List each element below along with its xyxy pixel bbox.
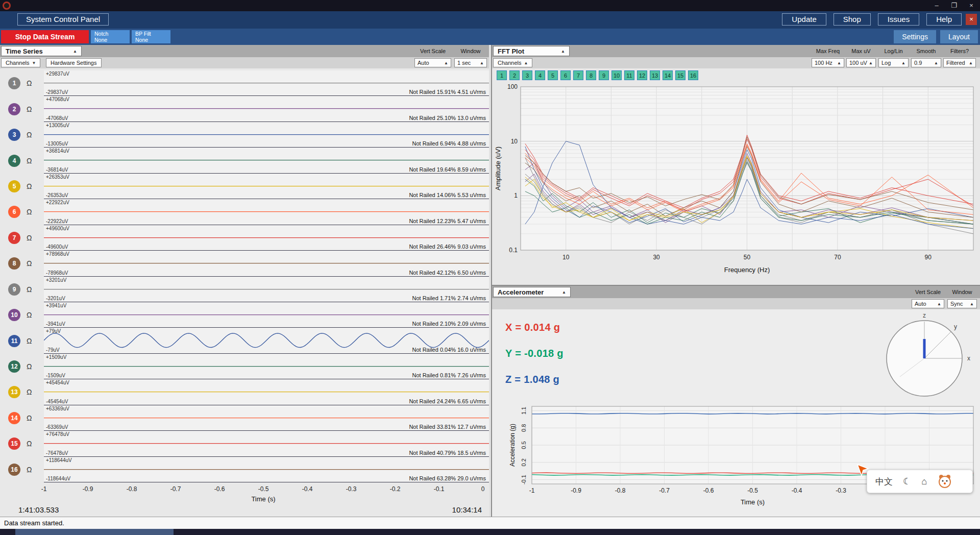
window-maximize-button[interactable]: ❐ (945, 0, 963, 11)
fft-channel-button[interactable]: 11 (624, 70, 634, 80)
chevron-up-icon: ▲ (562, 290, 566, 295)
header-close-button[interactable]: × (966, 14, 977, 25)
impedance-button[interactable]: Ω (27, 79, 32, 87)
impedance-button[interactable]: Ω (27, 157, 32, 165)
window-dropdown[interactable]: 1 sec ▲ (454, 58, 487, 67)
channel-toggle-button[interactable]: 13 (8, 386, 20, 398)
window-dropdown[interactable]: Sync ▲ (947, 299, 977, 308)
fft-header: FFT Plot ▲ Max Freq Max uV Log/Lin Smoot… (492, 45, 980, 57)
moon-icon[interactable]: ☾ (903, 476, 911, 487)
fft-channel-button[interactable]: 4 (535, 70, 545, 80)
channel-toggle-button[interactable]: 8 (8, 257, 20, 270)
vert-scale-dropdown[interactable]: Auto ▲ (414, 58, 451, 67)
fft-channel-button[interactable]: 9 (599, 70, 609, 80)
channel-toggle-button[interactable]: 11 (8, 335, 20, 347)
toolbar: Stop Data Stream Notch None BP Filt None… (0, 29, 980, 45)
layout-button[interactable]: Layout (940, 30, 978, 43)
home-icon[interactable]: ⌂ (921, 476, 927, 487)
impedance-button[interactable]: Ω (27, 285, 32, 294)
smooth-dropdown[interactable]: 0.9 ▲ (911, 58, 941, 67)
window-close-button[interactable]: × (963, 0, 980, 11)
widget-selector-dropdown[interactable]: Accelerometer ▲ (493, 287, 571, 297)
widget-title: FFT Plot (498, 47, 524, 55)
widget-selector-dropdown[interactable]: Time Series ▲ (1, 46, 82, 56)
impedance-button[interactable]: Ω (27, 208, 32, 216)
header-button-group: Update Shop Issues Help (782, 13, 962, 26)
bandpass-filter-button[interactable]: BP Filt None (132, 30, 170, 43)
impedance-button[interactable]: Ω (27, 311, 32, 319)
impedance-button[interactable]: Ω (27, 234, 32, 242)
channel-vmin-label: -36814uV (46, 167, 68, 173)
settings-button[interactable]: Settings (894, 30, 936, 43)
issues-button[interactable]: Issues (878, 13, 919, 26)
impedance-button[interactable]: Ω (27, 105, 32, 113)
ime-language-label[interactable]: 中文 (875, 476, 893, 488)
channels-toggle-button[interactable]: Channels ▲ (493, 58, 532, 67)
vert-scale-label: Vert Scale (414, 48, 451, 54)
taskbar-app-button[interactable] (15, 529, 174, 535)
channel-toggle-button[interactable]: 10 (8, 309, 20, 321)
fft-channel-button[interactable]: 1 (497, 70, 507, 80)
fft-channel-button[interactable]: 14 (663, 70, 673, 80)
impedance-button[interactable]: Ω (27, 182, 32, 190)
impedance-button[interactable]: Ω (27, 466, 32, 474)
channel-toggle-button[interactable]: 9 (8, 283, 20, 296)
channel-gutter: 7Ω (0, 225, 44, 251)
max-freq-dropdown[interactable]: 100 Hz ▲ (812, 58, 844, 67)
channel-toggle-button[interactable]: 5 (8, 180, 20, 192)
log-lin-dropdown[interactable]: Log ▲ (878, 58, 909, 67)
hardware-settings-button[interactable]: Hardware Settings (46, 58, 102, 67)
fft-channel-button[interactable]: 10 (611, 70, 622, 80)
fft-channel-button[interactable]: 12 (637, 70, 647, 80)
channel-toggle-button[interactable]: 3 (8, 129, 20, 141)
ime-mascot-icon[interactable] (937, 474, 952, 489)
vert-scale-value: Auto (915, 301, 926, 307)
channel-toggle-button[interactable]: 12 (8, 360, 20, 373)
fft-channel-button[interactable]: 15 (675, 70, 685, 80)
channel-gutter: 9Ω (0, 277, 44, 302)
time-axis-tick: -0.9 (83, 485, 93, 493)
fft-channel-button[interactable]: 16 (688, 70, 698, 80)
fft-channel-button[interactable]: 6 (560, 70, 571, 80)
max-freq-label: Max Freq (812, 48, 844, 54)
vert-scale-dropdown[interactable]: Auto ▲ (912, 299, 944, 308)
time-axis-tick: -0.7 (170, 485, 181, 493)
filters-dropdown[interactable]: Filtered ▲ (943, 58, 976, 67)
fft-channel-button[interactable]: 5 (548, 70, 558, 80)
timeseries-channel-row: 10Ω+3941uV-3941uVNot Railed 2.10% 2.09 u… (0, 302, 489, 328)
notch-filter-button[interactable]: Notch None (91, 30, 130, 43)
window-minimize-button[interactable]: – (928, 0, 945, 11)
channel-toggle-button[interactable]: 16 (8, 464, 20, 476)
stop-data-stream-button[interactable]: Stop Data Stream (1, 30, 89, 43)
channels-toggle-button[interactable]: Channels ▼ (1, 58, 40, 67)
max-uv-dropdown[interactable]: 100 uV ▲ (846, 58, 876, 67)
help-button[interactable]: Help (926, 13, 962, 26)
shop-button[interactable]: Shop (834, 13, 871, 26)
channel-toggle-button[interactable]: 7 (8, 232, 20, 244)
widget-selector-dropdown[interactable]: FFT Plot ▲ (493, 46, 570, 56)
fft-channel-button[interactable]: 13 (650, 70, 660, 80)
impedance-button[interactable]: Ω (27, 131, 32, 139)
fft-channel-button[interactable]: 2 (509, 70, 520, 80)
channel-toggle-button[interactable]: 1 (8, 77, 20, 89)
impedance-button[interactable]: Ω (27, 362, 32, 371)
channel-toggle-button[interactable]: 2 (8, 103, 20, 115)
update-button[interactable]: Update (782, 13, 826, 26)
channels-button-label: Channels (6, 60, 29, 66)
fft-channel-button[interactable]: 3 (522, 70, 532, 80)
channel-vmax-label: +22922uV (46, 200, 69, 205)
impedance-button[interactable]: Ω (27, 259, 32, 268)
impedance-button[interactable]: Ω (27, 414, 32, 422)
channel-toggle-button[interactable]: 4 (8, 155, 20, 167)
channel-toggle-button[interactable]: 6 (8, 206, 20, 218)
channel-vmax-label: +26353uV (46, 174, 69, 180)
channel-toggle-button[interactable]: 14 (8, 412, 20, 424)
impedance-button[interactable]: Ω (27, 337, 32, 345)
impedance-button[interactable]: Ω (27, 440, 32, 448)
timeseries-channel-row: 15Ω+76478uV-76478uVNot Railed 40.79% 18.… (0, 431, 489, 456)
impedance-button[interactable]: Ω (27, 388, 32, 396)
channel-plot-strip: +49600uV-49600uVNot Railed 26.46% 9.03 u… (44, 225, 489, 251)
fft-channel-button[interactable]: 8 (586, 70, 596, 80)
fft-channel-button[interactable]: 7 (573, 70, 583, 80)
channel-toggle-button[interactable]: 15 (8, 437, 20, 450)
